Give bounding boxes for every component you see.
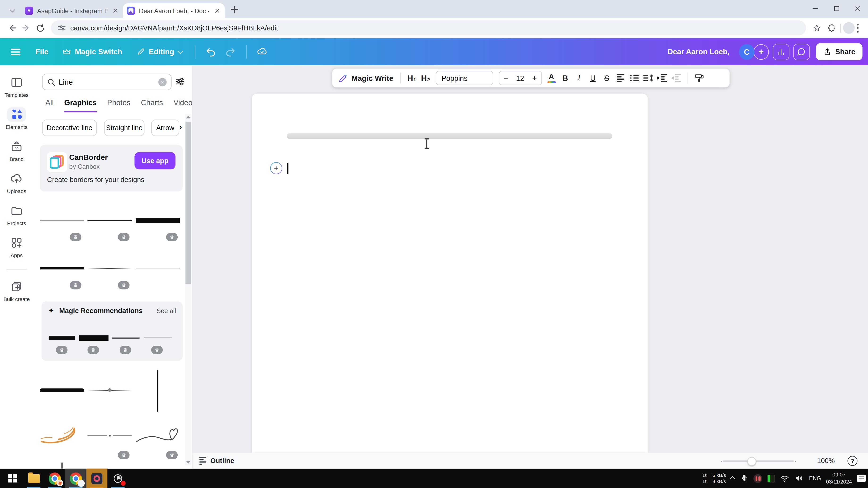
taskbar-clock[interactable]: 09:07 03/11/2024 [826,471,852,485]
zoom-level[interactable]: 100% [817,457,835,465]
line-thumbnail[interactable] [40,220,84,221]
line-thumbnail[interactable] [88,220,132,221]
sidebar-item-templates[interactable]: Templates [0,70,33,102]
line-thumbnail[interactable] [144,337,172,338]
line-thumbnail[interactable] [135,425,180,448]
undo-button[interactable] [205,46,217,58]
search-filters-button[interactable] [175,76,186,88]
language-indicator[interactable]: ENG [809,475,821,481]
line-thumbnail[interactable] [112,337,140,338]
taskbar-obs[interactable] [107,469,128,488]
sidebar-item-elements[interactable]: Elements [0,102,33,134]
scroll-up-arrow-icon[interactable] [186,116,191,119]
taskbar-file-explorer[interactable] [23,469,44,488]
browser-tab-canva-doc[interactable]: Dear Aaron Loeb, - Doc - Canva [123,3,225,18]
line-thumbnail[interactable] [88,268,132,269]
tab-close-icon[interactable] [213,7,221,14]
bookmark-button[interactable] [809,21,824,35]
browser-menu-button[interactable] [857,24,859,33]
line-thumbnail[interactable] [157,370,158,412]
user-avatar[interactable]: C [739,44,754,60]
extensions-button[interactable] [824,21,838,35]
bullet-list-button[interactable] [627,71,641,85]
close-button[interactable] [847,0,868,17]
outdent-button[interactable] [669,71,683,85]
scroll-down-arrow-icon[interactable] [186,461,191,464]
search-input[interactable] [59,78,155,86]
start-button[interactable] [2,469,23,488]
line-thumbnail[interactable] [40,426,84,448]
format-painter-button[interactable] [692,71,706,85]
taskbar-chrome-profile1[interactable] [44,469,65,488]
tab-search-button[interactable] [5,3,20,16]
zoom-slider[interactable] [723,460,794,462]
line-thumbnail[interactable] [62,462,63,469]
chip-decorative-line[interactable]: Decorative line [42,120,97,136]
tab-charts[interactable]: Charts [141,99,163,112]
insights-button[interactable] [773,43,789,60]
line-spacing-button[interactable] [641,71,655,85]
panel-scrollbar[interactable] [185,114,191,465]
document-title[interactable]: Dear Aaron Loeb, [668,47,730,56]
browser-profile-avatar[interactable] [843,22,855,34]
sidebar-item-projects[interactable]: Projects [0,199,33,231]
browser-tab-asapguide[interactable]: ♥ AsapGuide - Instagram Post [21,3,123,18]
document-page[interactable]: + [252,94,648,453]
indent-button[interactable] [655,71,669,85]
italic-button[interactable]: I [572,71,586,85]
taskbar-recorder-active[interactable] [86,469,107,488]
reload-button[interactable] [33,21,48,35]
line-thumbnail[interactable] [79,335,108,340]
main-menu-button[interactable] [11,48,21,55]
line-thumbnail[interactable] [40,267,84,269]
speaker-icon[interactable] [795,474,804,482]
help-button[interactable]: ? [847,456,857,466]
font-family-select[interactable]: Poppins [435,71,493,85]
tab-photos[interactable]: Photos [107,99,130,112]
minimize-button[interactable] [805,0,826,17]
heading1-button[interactable]: H₁ [405,71,419,85]
sidebar-item-uploads[interactable]: Uploads [0,166,33,198]
tab-all[interactable]: All [45,99,54,112]
hidden-icons-chevron[interactable] [731,477,736,481]
underline-button[interactable]: U [586,71,600,85]
magic-write-button[interactable]: Magic Write [351,74,393,82]
magic-switch-button[interactable]: Magic Switch [63,47,122,56]
increase-font-size-button[interactable]: + [528,73,541,83]
maximize-button[interactable] [826,0,847,17]
taskbar-chrome-profile2-active[interactable] [65,469,86,488]
add-collaborator-button[interactable]: + [753,44,769,60]
font-size-value[interactable]: 12 [512,74,528,82]
line-thumbnail[interactable] [135,268,180,268]
comments-button[interactable] [793,43,810,60]
strikethrough-button[interactable]: S [600,71,614,85]
file-menu-button[interactable]: File [35,47,49,56]
line-thumbnail[interactable] [40,389,84,392]
forward-button[interactable] [19,21,33,35]
tab-graphics[interactable]: Graphics [64,99,96,112]
chips-scroll-chevron-icon[interactable]: › [178,122,182,131]
redo-button[interactable] [224,46,237,58]
new-tab-button[interactable] [228,3,241,16]
tray-app-icon[interactable] [768,474,775,482]
clear-search-icon[interactable]: × [158,78,166,86]
pause-indicator-icon[interactable] [753,474,763,483]
zoom-slider-knob[interactable] [747,457,756,465]
text-align-button[interactable] [614,71,628,85]
see-all-link[interactable]: See all [157,307,176,314]
share-button[interactable]: Share [816,43,862,60]
add-content-button[interactable]: + [270,162,282,174]
line-thumbnail[interactable] [49,336,75,340]
decrease-font-size-button[interactable]: − [499,73,512,83]
use-app-button[interactable]: Use app [134,152,176,169]
notification-center-icon[interactable] [857,475,866,482]
inserted-line-element[interactable] [287,133,612,139]
heading2-button[interactable]: H₂ [418,71,433,85]
wifi-icon[interactable] [780,474,790,482]
line-thumbnail[interactable] [135,218,180,223]
tab-videos[interactable]: Videos [173,99,192,112]
sidebar-item-apps[interactable]: Apps [0,231,33,263]
sidebar-item-brand[interactable]: co Brand [0,134,33,166]
sidebar-item-bulk-create[interactable]: Bulk create [0,274,33,306]
text-color-button[interactable]: A [545,71,558,85]
